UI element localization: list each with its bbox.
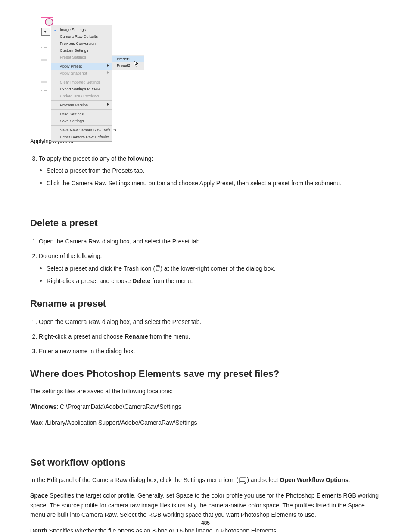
menu-save-settings[interactable]: Save Settings...: [51, 118, 112, 124]
menu-label: Preset Settings: [60, 55, 86, 59]
apply-preset-steps: To apply the preset do any of the follow…: [30, 154, 381, 188]
section-title-rename: Rename a preset: [30, 298, 381, 309]
menu-label: Image Settings: [60, 28, 86, 32]
submenu-preset1[interactable]: Preset1: [112, 56, 144, 62]
paragraph: Mac: /Library/Application Support/Adobe/…: [30, 418, 381, 427]
menu-load-settings[interactable]: Load Settings...: [51, 111, 112, 118]
menu-label: Camera Raw Defaults: [60, 34, 98, 39]
menu-label: Reset Camera Raw Defaults: [60, 135, 109, 139]
menu-export-xmp[interactable]: Export Settings to XMP: [51, 86, 112, 93]
menu-save-new-defaults[interactable]: Save New Camera Raw Defaults: [51, 127, 112, 134]
step-text: Enter a new name in the dialog box.: [39, 346, 381, 356]
menu-previous-conversion[interactable]: Previous Conversion: [51, 40, 112, 47]
paragraph: The settings files are saved at the foll…: [30, 386, 381, 396]
menu-update-dng: Update DNG Previews: [51, 93, 112, 100]
menu-label: Process Version: [60, 103, 88, 107]
paragraph: Windows: C:\ProgramData\Adobe\CameraRaw\…: [30, 402, 381, 411]
settings-menu-icon: [239, 477, 246, 483]
menu-label: Clear Imported Settings: [60, 80, 101, 84]
menu-preset-settings: Preset Settings: [51, 54, 112, 61]
bullet: Click the Camera Raw Settings menu butto…: [39, 178, 381, 188]
panel-dropdown[interactable]: [41, 28, 50, 36]
menu-label: Export Settings to XMP: [60, 87, 100, 91]
menu-label: Apply Preset: [60, 64, 82, 68]
paragraph: Space Specifies the target color profile…: [30, 491, 381, 520]
section-title-workflow: Set workflow options: [30, 457, 381, 468]
menu-image-settings[interactable]: ✓ Image Settings: [51, 26, 112, 33]
step-text: Right-click a preset and choose Rename f…: [39, 332, 381, 341]
menu-process-version[interactable]: Process Version: [51, 102, 112, 109]
menu-label: Previous Conversion: [60, 41, 96, 46]
submenu-preset2[interactable]: Preset2: [112, 62, 144, 69]
submenu-arrow-icon: [107, 103, 109, 106]
menu-label: Save Settings...: [60, 119, 87, 123]
submenu-arrow-icon: [107, 64, 109, 67]
bullet: Select a preset and click the Trash icon…: [39, 264, 381, 274]
step-text: Open the Camera Raw dialog box, and sele…: [39, 317, 381, 327]
submenu-label: Preset2: [117, 63, 130, 68]
cursor-icon: [134, 60, 138, 66]
submenu-label: Preset1: [117, 57, 130, 61]
menu-apply-snapshot: Apply Snapshot: [51, 70, 112, 77]
paragraph: Depth Specifies whether the file opens a…: [30, 526, 381, 532]
bullet: Select a preset from the Presets tab.: [39, 166, 381, 175]
bullet: Right-click a preset and choose Delete f…: [39, 276, 381, 286]
menu-label: Save New Camera Raw Defaults: [60, 128, 117, 132]
menu-clear-imported: Clear Imported Settings: [51, 79, 112, 86]
step-text: To apply the preset do any of the follow…: [39, 155, 153, 162]
step-text: Open the Camera Raw dialog box, and sele…: [39, 236, 381, 246]
divider: [30, 205, 381, 205]
settings-context-menu: ✓ Image Settings Camera Raw Defaults Pre…: [51, 25, 112, 142]
menu-label: Custom Settings: [60, 48, 88, 53]
menu-reset-defaults[interactable]: Reset Camera Raw Defaults: [51, 134, 112, 140]
menu-label: Load Settings...: [60, 112, 87, 116]
divider: [30, 445, 381, 445]
menu-camera-raw-defaults[interactable]: Camera Raw Defaults: [51, 33, 112, 40]
trash-icon: [155, 264, 160, 274]
page-number: 485: [0, 520, 411, 526]
apply-preset-submenu: Preset1 Preset2: [112, 55, 144, 70]
section-title-files: Where does Photoshop Elements save my pr…: [30, 368, 381, 380]
submenu-arrow-icon: [107, 71, 109, 74]
menu-apply-preset[interactable]: Apply Preset: [51, 63, 112, 70]
camera-raw-menu-screenshot: ✓ Image Settings Camera Raw Defaults Pre…: [41, 17, 147, 133]
menu-label: Apply Snapshot: [60, 71, 87, 75]
paragraph: In the Edit panel of the Camera Raw dial…: [30, 475, 381, 485]
menu-custom-settings[interactable]: Custom Settings: [51, 47, 112, 54]
step-text: Do one of the following:: [39, 252, 102, 259]
section-title-delete: Delete a preset: [30, 218, 381, 229]
menu-label: Update DNG Previews: [60, 94, 99, 98]
